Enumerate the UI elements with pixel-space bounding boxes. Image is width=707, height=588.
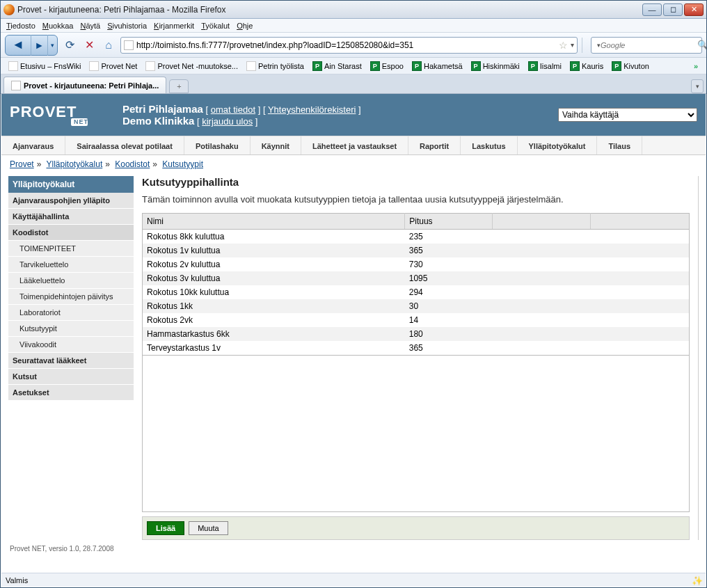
- menu-history[interactable]: Sivuhistoria: [107, 22, 147, 30]
- sidebar-item[interactable]: Asetukset: [8, 385, 134, 401]
- table-row[interactable]: Rokotus 10kk kuluttua294: [143, 285, 690, 299]
- nav-laskutus[interactable]: Laskutus: [461, 136, 517, 154]
- sidebar-item[interactable]: Lääkeluettelo: [8, 273, 134, 289]
- back-button[interactable]: ◄: [6, 35, 31, 56]
- table-row[interactable]: Hammastarkastus 6kk180: [143, 327, 690, 341]
- reload-button[interactable]: ⟳: [62, 38, 77, 53]
- search-go-icon[interactable]: 🔍: [697, 40, 707, 50]
- cell-name: Rokotus 1kk: [143, 299, 405, 313]
- bookmark-item[interactable]: PKauris: [566, 60, 607, 72]
- home-button[interactable]: ⌂: [101, 38, 116, 53]
- nav-yllapito[interactable]: Ylläpitotyökalut: [518, 136, 598, 154]
- table-row[interactable]: Rokotus 3v kuluttua1095: [143, 271, 690, 285]
- sidebar-item[interactable]: Koodistot: [8, 225, 134, 241]
- crumb-provet[interactable]: Provet: [10, 159, 34, 169]
- nav-tilaus[interactable]: Tilaus: [597, 136, 642, 154]
- stop-button[interactable]: ✕: [81, 38, 97, 53]
- menu-help[interactable]: Ohje: [237, 22, 253, 30]
- bookmark-label: Iisalmi: [540, 62, 562, 70]
- yhteyshenkilo-link[interactable]: Yhteyshenkilörekisteri: [268, 104, 356, 115]
- close-button[interactable]: ✕: [684, 3, 704, 16]
- url-dropdown-icon[interactable]: ▾: [571, 41, 574, 49]
- maximize-button[interactable]: ◻: [663, 3, 683, 16]
- p-icon: P: [312, 61, 322, 71]
- bookmark-star-icon[interactable]: ☆: [556, 40, 571, 51]
- sidebar-item[interactable]: Kutsutyypit: [8, 321, 134, 337]
- toolbar-separator: [582, 38, 587, 53]
- menu-file[interactable]: Tiedosto: [6, 22, 35, 30]
- crumb-koodistot[interactable]: Koodistot: [115, 159, 150, 169]
- table-row[interactable]: Rokotus 2v kuluttua730: [143, 257, 690, 271]
- bookmark-item[interactable]: Petrin työlista: [243, 60, 308, 72]
- col-pituus[interactable]: Pituus: [405, 214, 493, 230]
- user-switch: Vaihda käyttäjä: [558, 108, 697, 122]
- minimize-button[interactable]: —: [642, 3, 662, 16]
- sidebar-item[interactable]: Seurattavat lääkkeet: [8, 353, 134, 369]
- menu-view[interactable]: Näytä: [80, 22, 100, 30]
- bookmark-item[interactable]: Provet Net -muutokse...: [142, 60, 241, 72]
- forward-button[interactable]: ►: [31, 35, 47, 56]
- tab-label: Provet - kirjautuneena: Petri Pihlaja...: [24, 81, 159, 90]
- add-button[interactable]: Lisää: [147, 521, 184, 535]
- nav-sairaala[interactable]: Sairaalassa olevat potilaat: [65, 136, 184, 154]
- nav-ajanvaraus[interactable]: Ajanvaraus: [1, 136, 65, 154]
- window-titlebar: Provet - kirjautuneena: Petri Pihlajamaa…: [1, 1, 706, 19]
- bookmark-item[interactable]: Etusivu – FnsWiki: [5, 60, 84, 72]
- table-row[interactable]: Rokotus 1v kuluttua365: [143, 244, 690, 257]
- sidebar-item[interactable]: TOIMENPITEET: [8, 241, 134, 257]
- sidebar-item[interactable]: Viivakoodit: [8, 337, 134, 353]
- bookmark-item[interactable]: Provet Net: [86, 60, 141, 72]
- nav-lahetteet[interactable]: Lähetteet ja vastaukset: [301, 136, 408, 154]
- crumb-kutsutyypit[interactable]: Kutsutyypit: [162, 159, 203, 169]
- tab-list-button[interactable]: ▾: [691, 79, 704, 93]
- logout-link[interactable]: kirjaudu ulos: [202, 116, 253, 127]
- cell-name: Rokotus 3v kuluttua: [143, 271, 405, 285]
- bookmark-item[interactable]: PHakametsä: [408, 60, 466, 72]
- sidebar-item[interactable]: Toimenpidehintojen päivitys: [8, 289, 134, 305]
- menu-edit[interactable]: Muokkaa: [42, 22, 74, 30]
- main-nav: Ajanvaraus Sairaalassa olevat potilaat P…: [1, 136, 706, 155]
- col-blank1[interactable]: [493, 214, 591, 230]
- p-icon: P: [528, 61, 538, 71]
- page-icon: [145, 61, 155, 71]
- new-tab-button[interactable]: +: [169, 79, 189, 93]
- sidebar-item[interactable]: Laboratoriot: [8, 305, 134, 321]
- search-bar[interactable]: ▾ 🔍: [591, 37, 702, 54]
- col-blank2[interactable]: [591, 214, 690, 230]
- table-row[interactable]: Rokotus 8kk kuluttua235: [143, 230, 690, 244]
- nav-raportit[interactable]: Raportit: [408, 136, 461, 154]
- p-icon: P: [412, 61, 422, 71]
- url-bar[interactable]: ☆ ▾: [120, 37, 578, 54]
- sidebar-item[interactable]: Kutsut: [8, 369, 134, 385]
- table-row[interactable]: Rokotus 1kk30: [143, 299, 690, 313]
- history-dropdown[interactable]: ▾: [47, 35, 57, 56]
- sidebar-item[interactable]: Käyttäjähallinta: [8, 209, 134, 225]
- omat-tiedot-link[interactable]: omat tiedot: [211, 104, 255, 115]
- clinic-name: Demo Klinikka: [122, 115, 194, 127]
- table-row[interactable]: Rokotus 2vk14: [143, 313, 690, 327]
- col-nimi[interactable]: Nimi: [143, 214, 405, 230]
- logo: PROVETNET: [10, 104, 88, 126]
- bookmark-item[interactable]: PKivuton: [608, 60, 653, 72]
- bookmark-item[interactable]: PEspoo: [367, 60, 407, 72]
- url-input[interactable]: [136, 40, 556, 50]
- bookmark-item[interactable]: PIisalmi: [525, 60, 565, 72]
- nav-potilashaku[interactable]: Potilashaku: [184, 136, 251, 154]
- edit-button[interactable]: Muuta: [189, 521, 228, 535]
- sidebar-item[interactable]: Tarvikeluettelo: [8, 257, 134, 273]
- nav-kaynnit[interactable]: Käynnit: [251, 136, 301, 154]
- bookmark-item[interactable]: PAin Starast: [309, 60, 365, 72]
- search-input[interactable]: [601, 41, 697, 49]
- page-tab[interactable]: Provet - kirjautuneena: Petri Pihlaja...: [3, 77, 166, 93]
- table-row[interactable]: Terveystarkastus 1v365: [143, 341, 690, 356]
- window-controls: — ◻ ✕: [642, 3, 704, 16]
- crumb-yllapito[interactable]: Ylläpitotyökalut: [47, 159, 103, 169]
- table-fill-area: [142, 355, 690, 512]
- bookmarks-overflow[interactable]: »: [690, 62, 702, 70]
- user-switch-select[interactable]: Vaihda käyttäjä: [558, 108, 697, 122]
- bookmark-item[interactable]: PHiskinmäki: [468, 60, 523, 72]
- cell-length: 180: [405, 327, 493, 341]
- sidebar-item[interactable]: Ajanvarauspohjien ylläpito: [8, 193, 134, 209]
- menu-bookmarks[interactable]: Kirjanmerkit: [154, 22, 194, 30]
- menu-tools[interactable]: Työkalut: [201, 22, 230, 30]
